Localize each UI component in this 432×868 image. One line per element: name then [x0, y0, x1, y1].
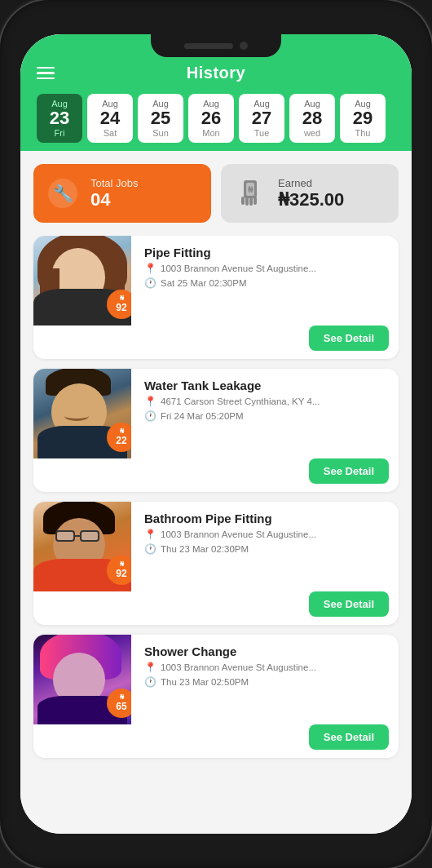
- page-title: History: [187, 64, 245, 82]
- job-card-main: ₦ 92 Pipe Fitting 📍 1003 Brannon Avenue …: [33, 236, 399, 326]
- date-day: 23: [50, 108, 69, 128]
- location-icon: 📍: [144, 396, 156, 407]
- menu-line-3: [37, 78, 55, 80]
- job-info: Shower Change 📍 1003 Brannon Avenue St A…: [131, 635, 399, 724]
- total-jobs-card: 🔧 Total Jobs 04: [33, 164, 211, 223]
- clock-icon: 🕐: [144, 410, 156, 422]
- job-datetime: 🕐 Sat 25 Mar 02:30PM: [144, 277, 389, 289]
- badge-amount: 92: [116, 303, 126, 313]
- job-info: Water Tank Leakage 📍 4671 Carson Street …: [131, 369, 399, 458]
- job-card-footer: See Detail: [33, 724, 399, 758]
- price-badge: ₦ 65: [107, 689, 131, 718]
- job-card: ₦ 22 Water Tank Leakage 📍 4671 Carson St…: [33, 369, 399, 492]
- job-list: ₦ 92 Pipe Fitting 📍 1003 Brannon Avenue …: [20, 236, 412, 834]
- total-jobs-label: Total Jobs: [90, 177, 139, 189]
- location-icon: 📍: [144, 529, 156, 540]
- job-title: Pipe Fitting: [144, 246, 389, 259]
- date-item-27[interactable]: Aug 27 Tue: [239, 94, 284, 143]
- date-item-29[interactable]: Aug 29 Thu: [340, 94, 386, 143]
- job-title: Bathroom Pipe Fitting: [144, 512, 389, 525]
- date-day: 28: [302, 108, 322, 128]
- job-datetime-text: Thu 23 Mar 02:30PM: [161, 544, 249, 554]
- price-badge: ₦ 92: [107, 290, 131, 319]
- badge-amount: 92: [116, 569, 126, 579]
- job-photo: ₦ 92: [33, 502, 131, 591]
- money-hand-icon: ₦: [232, 175, 268, 211]
- menu-line-1: [37, 67, 55, 69]
- phone-shell: History Aug 23 Fri Aug 24 Sat Aug 25 Sun…: [0, 0, 432, 868]
- job-datetime-text: Fri 24 Mar 05:20PM: [161, 411, 244, 421]
- job-photo: ₦ 92: [33, 236, 131, 326]
- location-icon: 📍: [144, 263, 156, 274]
- date-weekday: wed: [304, 128, 320, 138]
- notch-speaker: [184, 43, 233, 49]
- svg-text:₦: ₦: [248, 185, 253, 194]
- price-badge: ₦ 92: [107, 556, 131, 585]
- price-badge: ₦ 22: [107, 423, 131, 452]
- badge-amount: 22: [116, 436, 126, 446]
- date-weekday: Thu: [355, 128, 371, 138]
- job-datetime: 🕐 Thu 23 Mar 02:50PM: [144, 676, 389, 688]
- earned-info: Earned ₦325.00: [278, 177, 344, 210]
- job-card: ₦ 92 Pipe Fitting 📍 1003 Brannon Avenue …: [33, 236, 399, 359]
- see-detail-button[interactable]: See Detail: [309, 326, 389, 351]
- see-detail-button[interactable]: See Detail: [309, 724, 389, 750]
- job-datetime: 🕐 Fri 24 Mar 05:20PM: [144, 410, 389, 422]
- date-scroll[interactable]: Aug 23 Fri Aug 24 Sat Aug 25 Sun Aug 26 …: [37, 94, 395, 151]
- notch-camera: [240, 42, 248, 50]
- date-weekday: Sat: [104, 128, 117, 138]
- date-item-26[interactable]: Aug 26 Mon: [188, 94, 234, 143]
- job-address-text: 1003 Brannon Avenue St Augustine...: [161, 662, 316, 672]
- total-jobs-value: 04: [90, 189, 139, 210]
- job-card-main: ₦ 65 Shower Change 📍 1003 Brannon Avenue…: [33, 635, 399, 724]
- location-icon: 📍: [144, 662, 156, 673]
- svg-rect-6: [245, 196, 249, 206]
- svg-text:🔧: 🔧: [53, 184, 73, 203]
- date-item-24[interactable]: Aug 24 Sat: [87, 94, 133, 143]
- notch-bar: [151, 34, 281, 57]
- job-address: 📍 1003 Brannon Avenue St Augustine...: [144, 662, 389, 673]
- date-item-23[interactable]: Aug 23 Fri: [37, 94, 82, 143]
- menu-icon[interactable]: [37, 67, 55, 80]
- job-photo: ₦ 22: [33, 369, 131, 458]
- job-card: ₦ 65 Shower Change 📍 1003 Brannon Avenue…: [33, 635, 399, 758]
- date-day: 26: [201, 108, 221, 128]
- date-day: 24: [100, 108, 120, 128]
- total-jobs-info: Total Jobs 04: [90, 177, 139, 210]
- date-weekday: Mon: [202, 128, 219, 138]
- svg-rect-7: [249, 196, 253, 206]
- stats-row: 🔧 Total Jobs 04 ₦: [20, 151, 412, 236]
- earned-card: ₦ Earned ₦325.00: [221, 164, 399, 223]
- menu-line-2: [37, 72, 55, 74]
- job-photo: ₦ 65: [33, 635, 131, 724]
- see-detail-button[interactable]: See Detail: [309, 458, 389, 484]
- job-title: Shower Change: [144, 644, 389, 658]
- date-day: 29: [353, 108, 372, 128]
- date-day: 25: [151, 108, 170, 128]
- date-item-28[interactable]: Aug 28 wed: [289, 94, 335, 143]
- job-address-text: 1003 Brannon Avenue St Augustine...: [161, 529, 316, 539]
- job-datetime-text: Thu 23 Mar 02:50PM: [161, 677, 249, 687]
- job-datetime-text: Sat 25 Mar 02:30PM: [161, 278, 246, 288]
- date-day: 27: [252, 108, 271, 128]
- job-address-text: 1003 Brannon Avenue St Augustine...: [161, 264, 316, 273]
- date-item-25[interactable]: Aug 25 Sun: [138, 94, 183, 143]
- earned-value: ₦325.00: [278, 189, 344, 210]
- app: History Aug 23 Fri Aug 24 Sat Aug 25 Sun…: [20, 34, 412, 834]
- badge-amount: 65: [116, 702, 126, 712]
- job-info: Pipe Fitting 📍 1003 Brannon Avenue St Au…: [131, 236, 399, 326]
- clock-icon: 🕐: [144, 277, 156, 289]
- date-weekday: Sun: [152, 128, 169, 138]
- job-address: 📍 1003 Brannon Avenue St Augustine...: [144, 529, 389, 540]
- job-card-footer: See Detail: [33, 326, 399, 359]
- job-datetime: 🕐 Thu 23 Mar 02:30PM: [144, 543, 389, 555]
- wrench-icon: 🔧: [45, 175, 81, 211]
- job-card: ₦ 92 Bathroom Pipe Fitting 📍 1003 Branno…: [33, 502, 399, 625]
- header-top: History: [37, 64, 395, 82]
- svg-rect-8: [253, 197, 257, 205]
- job-address: 📍 1003 Brannon Avenue St Augustine...: [144, 263, 389, 274]
- job-info: Bathroom Pipe Fitting 📍 1003 Brannon Ave…: [131, 502, 399, 591]
- date-weekday: Fri: [55, 128, 65, 138]
- see-detail-button[interactable]: See Detail: [309, 591, 389, 617]
- job-address-text: 4671 Carson Street Cynthiana, KY 4...: [161, 396, 320, 406]
